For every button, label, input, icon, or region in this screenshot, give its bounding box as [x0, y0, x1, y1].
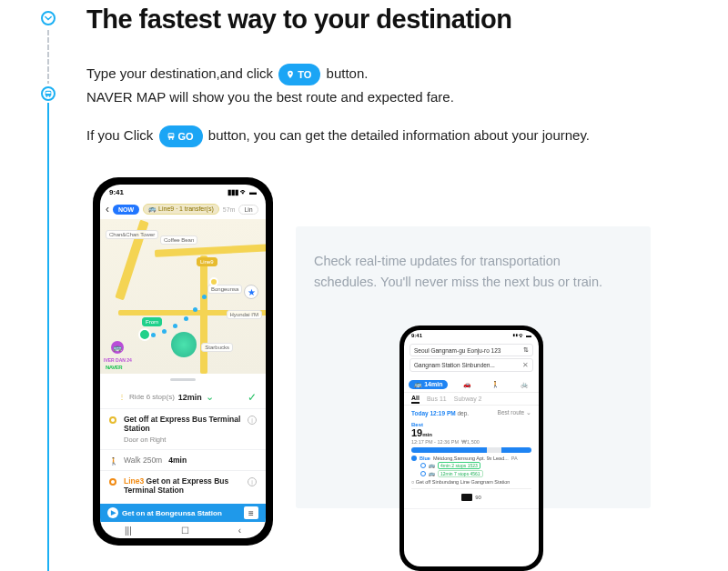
search-panel: Seoul Gangnam-gu Eonju-ro 123 ⇅ Gangnam …	[404, 341, 539, 376]
go-pill-button[interactable]: GO	[159, 125, 203, 148]
now-pill[interactable]: NOW	[113, 205, 139, 215]
naver-logo: NAVER	[106, 365, 122, 370]
info-icon[interactable]: i	[248, 416, 257, 425]
timeline-step-icon	[41, 11, 56, 25]
total-time: 19min	[411, 427, 531, 438]
phone-mockup-schedule: 9:41 ▮▮ ᯤ ▬ Seoul Gangnam-gu Eonju-ro 12…	[399, 326, 543, 571]
map-label: Chan&Chan Tower	[106, 230, 158, 239]
tab-bus[interactable]: Bus 11	[427, 396, 447, 402]
status-time: 9:41	[411, 333, 422, 338]
svg-point-3	[49, 95, 51, 97]
status-icons: ▮▮▮ ᯤ ▬	[228, 188, 257, 196]
wifi-icon: ᯤ	[240, 188, 248, 196]
phone-screen: 9:41 ▮▮▮ ᯤ ▬ ‹ NOW 🚌 Line9 · 1 transfer(…	[100, 185, 266, 538]
phone-mockup-route: 9:41 ▮▮▮ ᯤ ▬ ‹ NOW 🚌 Line9 · 1 transfer(…	[93, 177, 273, 546]
mode-bus[interactable]: 🚌 14min	[409, 380, 448, 389]
text: If you Click	[86, 127, 157, 143]
card-footer: 90	[411, 488, 531, 505]
sort-dropdown[interactable]: Best route ⌄	[498, 409, 531, 416]
main-content: The fastest way to your destination Type…	[86, 0, 710, 162]
depart-suffix: dep.	[456, 410, 469, 416]
instruction-paragraph-2: If you Click GO button, you can get the …	[86, 124, 710, 147]
status-time: 9:41	[109, 188, 124, 196]
stop-name: Métdong,Samsung Apt. 9x Lead...	[433, 456, 509, 461]
svg-rect-1	[46, 92, 51, 94]
timeline-dotted-connector	[47, 29, 49, 84]
route-go-banner[interactable]: ▶ Get on at Bongeunsa Station ≡	[100, 504, 266, 522]
back-icon[interactable]: ‹	[238, 526, 241, 536]
route-topbar: ‹ NOW 🚌 Line9 · 1 transfer(s) 57m Lin	[100, 199, 266, 219]
step-subtitle: Door on Right	[124, 436, 257, 444]
play-icon[interactable]: ▶	[107, 507, 118, 518]
mode-bike-icon[interactable]: 🚲	[515, 380, 534, 389]
depart-time[interactable]: Today 12:19 PM	[411, 410, 456, 416]
to-value: Gangnam Station Sinbunden...	[414, 362, 495, 368]
time-stops-badge: 12min 7 stops 4561	[438, 470, 483, 477]
bus-option-row: 🚌 4min 2 stops 1523	[420, 462, 531, 469]
map-current-location	[171, 332, 197, 357]
check-icon: ✓	[248, 391, 257, 404]
close-icon[interactable]: ✕	[522, 361, 529, 369]
swap-icon[interactable]: ⇅	[523, 346, 529, 354]
svg-rect-5	[168, 134, 173, 135]
svg-point-7	[171, 138, 173, 140]
search-from-field[interactable]: Seoul Gangnam-gu Eonju-ro 123 ⇅	[410, 344, 533, 356]
ride-time: 12min	[178, 393, 202, 402]
map-origin-pin	[138, 328, 151, 341]
from-value: Seoul Gangnam-gu Eonju-ro 123	[414, 347, 500, 354]
bookmark-star-icon[interactable]: ★	[244, 285, 258, 299]
line-dots-icon: ⋮	[118, 393, 126, 401]
map-view[interactable]: Chan&Chan Tower Coffee Bean Line9 Bongeu…	[100, 219, 266, 374]
option-dot-icon	[420, 471, 426, 476]
route-step-geton[interactable]: Line3 Get on at Express Bus Terminal Sta…	[100, 471, 266, 500]
route-bus-step: Blue Métdong,Samsung Apt. 9x Lead... PA	[411, 456, 531, 461]
chevron-down-icon[interactable]: ⌄	[206, 391, 214, 403]
svg-point-2	[46, 95, 48, 97]
map-destination-pin	[209, 277, 218, 286]
recent-apps-icon[interactable]: |||	[125, 526, 132, 536]
walk-icon: 🚶	[109, 457, 118, 466]
tab-all[interactable]: All	[411, 395, 420, 404]
text: NAVER MAP will show you the best route a…	[86, 89, 454, 105]
time-stops-badge: 4min 2 stops 1523	[438, 462, 480, 469]
walk-label: Walk 250m	[124, 456, 162, 465]
page-title: The fastest way to your destination	[86, 5, 710, 35]
route-step-ride: ⋮ Ride 6 stop(s) 12min ⌄ ✓	[100, 386, 266, 409]
route-step-getoff[interactable]: Get off at Express Bus Terminal Station …	[100, 409, 266, 450]
bus-stop-icon: 🚌	[111, 341, 124, 354]
info-icon[interactable]: i	[248, 477, 257, 486]
home-icon[interactable]: ☐	[181, 526, 189, 536]
search-to-field[interactable]: Gangnam Station Sinbunden... ✕	[410, 358, 533, 372]
text: Type your destination,and click	[86, 65, 277, 81]
mode-walk-icon[interactable]: 🚶	[486, 380, 505, 389]
map-label: Coffee Bean	[160, 235, 197, 245]
line-dot-icon	[109, 416, 116, 424]
route-result-card[interactable]: Best 19min 12:17 PM - 12:36 PM ₩1,500 Bl…	[404, 420, 539, 509]
to-pill-button[interactable]: TO	[278, 64, 320, 86]
map-line-badge: Line9	[197, 257, 217, 266]
instruction-paragraph-1: Type your destination,and click TO butto…	[86, 62, 710, 109]
callout-text: Check real-time updates for transportati…	[314, 251, 614, 293]
step-title: Get off at Express Bus Terminal Station	[124, 415, 257, 433]
phone-screen: 9:41 ▮▮ ᯤ ▬ Seoul Gangnam-gu Eonju-ro 12…	[404, 330, 539, 566]
bus-option-row: 🚌 12min 7 stops 4561	[420, 470, 531, 477]
mode-car-icon[interactable]: 🚗	[458, 380, 477, 389]
ride-stops-label: Ride 6 stop(s)	[129, 393, 175, 401]
getoff-row: ○ Get off Sinbundang Line Gangnam Statio…	[411, 479, 531, 485]
back-icon[interactable]: ‹	[106, 203, 109, 215]
dark-pill-icon	[461, 494, 472, 501]
menu-icon[interactable]: ≡	[244, 506, 258, 519]
drag-handle-icon[interactable]	[170, 378, 196, 381]
route-tab-active[interactable]: 🚌 Line9 · 1 transfer(s)	[143, 204, 219, 215]
tab-subway[interactable]: Subway 2	[454, 396, 482, 402]
route-steps-list[interactable]: ⋮ Ride 6 stop(s) 12min ⌄ ✓ Get off at Ex…	[100, 374, 266, 504]
text: button.	[327, 65, 369, 81]
footer-number: 90	[475, 495, 481, 500]
map-label: Starbucks	[201, 343, 233, 352]
pill-label: GO	[178, 128, 194, 145]
route-tab-other[interactable]: Lin	[238, 205, 258, 215]
go-banner-label: Get on at Bongeunsa Station	[122, 509, 222, 517]
route-step-walk: 🚶 Walk 250m 4min	[100, 450, 266, 471]
route-progress-bar	[411, 447, 531, 453]
line-dot-icon	[109, 478, 116, 486]
